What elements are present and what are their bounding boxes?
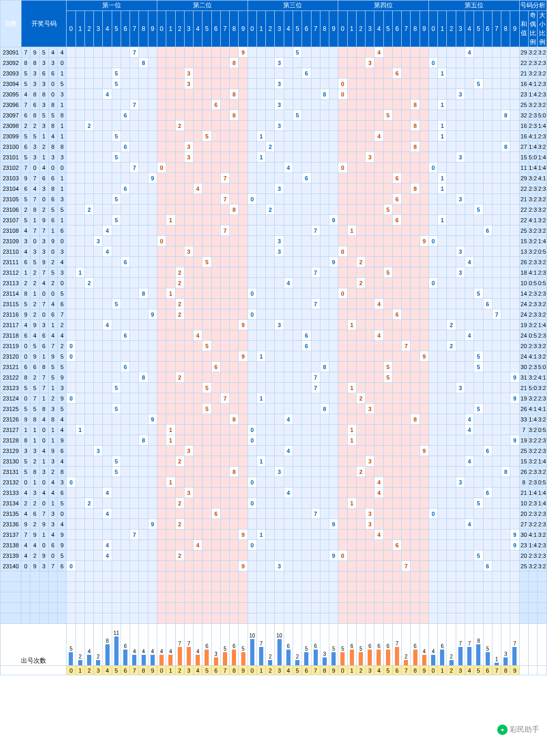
trend-cell: 3 <box>275 320 284 330</box>
trend-cell <box>411 278 420 288</box>
trend-cell <box>211 477 220 488</box>
trend-cell <box>329 320 338 330</box>
trend-cell <box>103 519 112 530</box>
trend-cell <box>428 152 437 163</box>
trend-cell <box>474 309 483 320</box>
trend-cell <box>420 47 428 58</box>
num-cell: 7 <box>30 194 39 204</box>
trend-cell <box>356 131 365 142</box>
data-row: 231046438164381222:32:3 <box>1 183 547 194</box>
trend-cell <box>302 204 311 215</box>
trend-cell <box>311 131 320 142</box>
trend-cell <box>67 288 76 299</box>
trend-cell <box>112 446 121 456</box>
num-cell: 1 <box>22 425 30 435</box>
count-bar: 5 <box>338 624 347 666</box>
trend-cell <box>320 477 329 488</box>
trend-cell <box>166 173 175 183</box>
trend-cell <box>148 163 157 173</box>
num-cell: 0 <box>39 477 48 488</box>
trend-cell <box>266 236 275 246</box>
trend-cell <box>374 519 383 530</box>
trend-cell <box>366 236 374 246</box>
trend-cell <box>184 236 193 246</box>
trend-cell <box>366 498 374 509</box>
trend-cell <box>248 299 256 309</box>
trend-cell <box>420 278 428 288</box>
num-cell: 5 <box>39 47 48 58</box>
data-row: 231240712907129193:22:3 <box>1 393 547 404</box>
trend-cell <box>67 383 76 393</box>
trend-cell <box>239 121 248 131</box>
trend-cell <box>392 58 401 68</box>
trend-cell <box>374 225 383 236</box>
trend-cell <box>411 351 420 362</box>
stat-cell: 23 <box>519 89 528 100</box>
trend-cell <box>211 425 220 435</box>
digit-header: 6 <box>121 11 130 47</box>
trend-cell <box>184 173 193 183</box>
trend-cell: 1 <box>166 435 175 446</box>
trend-cell <box>447 372 456 383</box>
trend-cell <box>483 278 492 288</box>
trend-cell <box>501 540 510 550</box>
trend-cell <box>374 498 383 509</box>
trend-cell <box>456 278 465 288</box>
trend-cell <box>438 267 447 278</box>
trend-cell <box>338 498 347 509</box>
trend-cell: 5 <box>383 204 392 215</box>
trend-cell <box>256 204 265 215</box>
trend-cell <box>420 498 428 509</box>
trend-cell <box>483 58 492 68</box>
trend-cell <box>402 246 411 257</box>
trend-cell <box>157 446 166 456</box>
trend-cell <box>266 163 275 173</box>
digit-header: 6 <box>211 11 220 47</box>
trend-cell <box>94 404 103 414</box>
trend-cell <box>456 362 465 372</box>
trend-cell <box>112 477 121 488</box>
count-bar: 5 <box>220 624 229 666</box>
trend-cell <box>220 110 229 121</box>
trend-cell <box>338 131 347 142</box>
stat-cell: 3:2 <box>528 194 537 204</box>
trend-cell <box>420 488 428 498</box>
trend-cell <box>211 68 220 79</box>
trend-cell <box>320 383 329 393</box>
trend-cell <box>347 372 356 383</box>
trend-cell <box>230 142 239 152</box>
count-bar: 2 <box>447 624 456 666</box>
num-cell: 3 <box>30 246 39 257</box>
trend-cell <box>130 540 139 550</box>
digit-header: 8 <box>411 11 420 47</box>
trend-cell <box>256 446 265 456</box>
trend-cell <box>84 330 93 341</box>
num-cell: 1 <box>48 225 57 236</box>
trend-cell <box>275 351 284 362</box>
trend-cell <box>302 446 311 456</box>
trend-cell <box>139 225 148 236</box>
trend-cell <box>284 351 293 362</box>
trend-cell <box>456 414 465 425</box>
trend-cell <box>266 477 275 488</box>
trend-cell <box>239 194 248 204</box>
stat-cell: 24 <box>519 309 528 320</box>
trend-cell <box>202 47 211 58</box>
trend-cell: 5 <box>383 372 392 383</box>
trend-cell <box>202 530 211 540</box>
trend-cell <box>392 341 401 351</box>
trend-cell <box>366 561 374 571</box>
trend-cell <box>501 257 510 267</box>
trend-cell <box>166 320 175 330</box>
trend-cell <box>256 288 265 299</box>
trend-cell <box>447 530 456 540</box>
num-cell: 2 <box>30 456 39 467</box>
trend-cell <box>311 446 320 456</box>
trend-cell <box>428 89 437 100</box>
trend-cell <box>420 372 428 383</box>
digit-header: 4 <box>374 11 383 47</box>
trend-cell <box>320 393 329 404</box>
trend-cell: 4 <box>103 246 112 257</box>
trend-cell <box>112 498 121 509</box>
period-cell: 23140 <box>1 561 22 571</box>
